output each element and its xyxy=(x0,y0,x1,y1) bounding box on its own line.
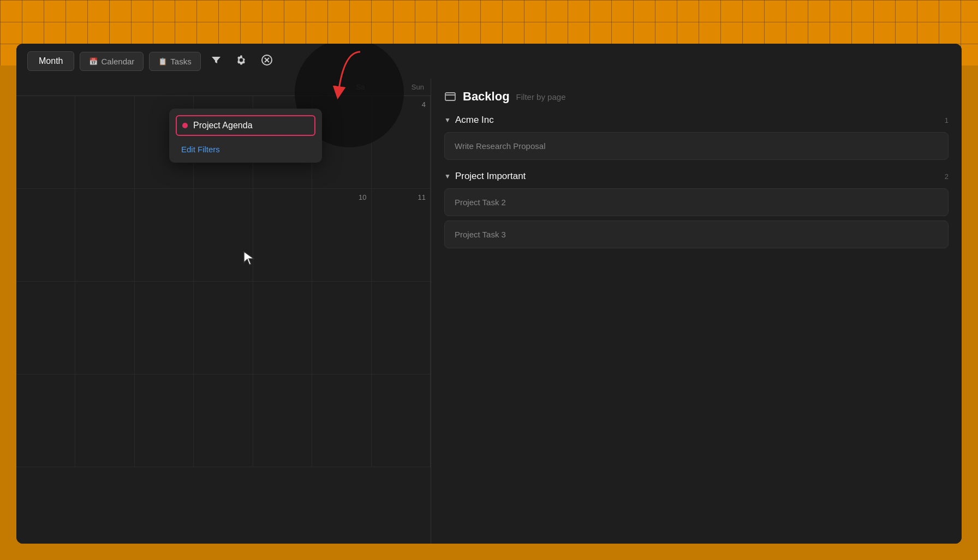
cal-cell-r2c4[interactable] xyxy=(194,189,253,282)
filter-option-label: Project Agenda xyxy=(193,121,253,130)
cal-cell-r3c4[interactable] xyxy=(194,282,253,374)
month-button[interactable]: Month xyxy=(27,51,74,71)
filter-icon xyxy=(211,55,222,65)
backlog-header-icon xyxy=(444,91,456,103)
section-project-number: 2 xyxy=(945,172,949,181)
close-circle-icon xyxy=(261,54,273,66)
cal-cell-r4c5[interactable] xyxy=(253,374,312,467)
settings-button[interactable] xyxy=(231,52,251,70)
section-acme-label: Acme Inc xyxy=(455,115,494,126)
gear-icon xyxy=(236,55,247,65)
day-header-thu xyxy=(194,79,253,96)
day-header-mon xyxy=(16,79,75,96)
cal-date-10: 10 xyxy=(317,193,366,201)
task-card-project-task-3[interactable]: Project Task 3 xyxy=(444,221,949,248)
calendar-area: Sa Sun 4 xyxy=(16,79,431,544)
cal-cell-r2c1[interactable] xyxy=(16,189,75,282)
section-project-label: Project Important xyxy=(455,171,526,182)
section-project-header: ▼ Project Important 2 xyxy=(444,171,949,182)
cal-cell-r4c7[interactable] xyxy=(372,374,431,467)
tasks-tab[interactable]: 📋 Tasks xyxy=(149,52,200,71)
day-header-tue xyxy=(75,79,134,96)
cal-cell-r3c5[interactable] xyxy=(253,282,312,374)
cal-cell-r2c7[interactable]: 11 xyxy=(372,189,431,282)
cal-cell-r2c3[interactable] xyxy=(135,189,194,282)
day-header-wed xyxy=(135,79,194,96)
cal-cell-r2c5[interactable] xyxy=(253,189,312,282)
backlog-title: Backlog xyxy=(463,90,510,104)
cal-date-11: 11 xyxy=(376,193,426,201)
cal-cell-r4c3[interactable] xyxy=(135,374,194,467)
calendar-tab[interactable]: 📅 Calendar xyxy=(80,52,144,71)
toolbar: Month 📅 Calendar 📋 Tasks xyxy=(16,44,962,79)
backlog-header: Backlog Filter by page xyxy=(444,90,949,104)
section-chevron-project: ▼ xyxy=(444,172,451,180)
cal-cell-r3c1[interactable] xyxy=(16,282,75,374)
section-acme-inc: ▼ Acme Inc 1 Write Research Proposal xyxy=(444,115,949,160)
svg-rect-4 xyxy=(445,93,455,100)
edit-filters-link[interactable]: Edit Filters xyxy=(176,142,315,156)
cal-cell-r3c7[interactable] xyxy=(372,282,431,374)
section-acme-number: 1 xyxy=(945,116,949,124)
app-window: Month 📅 Calendar 📋 Tasks xyxy=(16,44,962,544)
cal-cell-r3c2[interactable] xyxy=(75,282,134,374)
task-card-project-task-2[interactable]: Project Task 2 xyxy=(444,188,949,216)
filter-button[interactable] xyxy=(206,52,226,70)
cal-cell-r2c2[interactable] xyxy=(75,189,134,282)
filter-option-project-agenda[interactable]: Project Agenda xyxy=(176,115,315,136)
cal-cell-r4c4[interactable] xyxy=(194,374,253,467)
calendar-icon: 📅 xyxy=(89,57,98,65)
cal-cell-r1c2[interactable] xyxy=(75,96,134,189)
section-acme-header: ▼ Acme Inc 1 xyxy=(444,115,949,126)
filter-dot xyxy=(182,123,188,128)
cal-cell-r4c2[interactable] xyxy=(75,374,134,467)
section-chevron-acme: ▼ xyxy=(444,116,451,124)
filter-by-page-text: Filter by page xyxy=(516,92,566,102)
close-filter-button[interactable] xyxy=(257,52,277,71)
tasks-icon: 📋 xyxy=(158,57,167,65)
cal-cell-r3c6[interactable] xyxy=(312,282,371,374)
filter-dropdown: Project Agenda Edit Filters xyxy=(169,109,322,163)
cal-cell-r2c6[interactable]: 10 xyxy=(312,189,371,282)
main-content: Sa Sun 4 xyxy=(16,79,962,544)
cal-cell-r3c3[interactable] xyxy=(135,282,194,374)
cal-cell-r4c1[interactable] xyxy=(16,374,75,467)
cal-cell-r1c1[interactable] xyxy=(16,96,75,189)
cal-cell-r4c6[interactable] xyxy=(312,374,371,467)
task-card-write-research[interactable]: Write Research Proposal xyxy=(444,132,949,160)
backlog-panel: Backlog Filter by page ▼ Acme Inc 1 Writ… xyxy=(431,79,962,544)
section-project-important: ▼ Project Important 2 Project Task 2 Pro… xyxy=(444,171,949,248)
